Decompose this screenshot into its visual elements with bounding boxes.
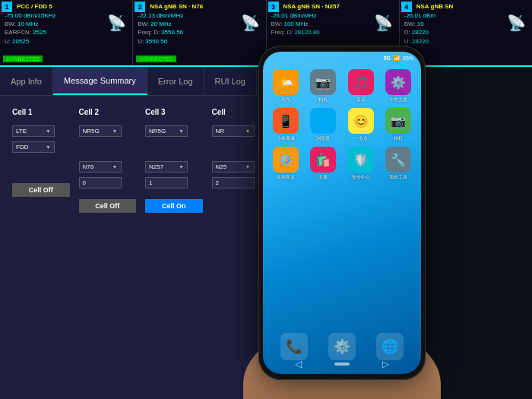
app-icon-camera[interactable]: 📷 相机 bbox=[307, 69, 340, 103]
panel-1-status: CONNECTED bbox=[3, 55, 43, 62]
cell-1-label: Cell 1 bbox=[12, 108, 70, 116]
app-icon-weather[interactable]: 🌤️ 天气 bbox=[269, 69, 302, 103]
panel-1: 1 PCC / FDD 5 -75.00 dBm/15KHz BW:10 MHz… bbox=[0, 0, 133, 65]
tab-app-info[interactable]: App Info bbox=[0, 67, 53, 95]
phone-body: 5G 📶 95% 🌤️ 天气 📷 相机 🎵 音乐 bbox=[258, 46, 426, 380]
cell-grid: Cell 1 LTE ▼ FDD ▼ Cell Off Cell 2 NR5G bbox=[12, 108, 269, 213]
phone-5g-icon: 5G bbox=[384, 55, 391, 61]
app-icon-shop[interactable]: 🛍️ 主题 bbox=[307, 147, 340, 181]
phone-status-icons: 5G 📶 95% bbox=[384, 55, 413, 62]
app-icon-theme[interactable]: ⚙️ 个性主题 bbox=[382, 69, 416, 103]
cell-2-fields: NR5G ▼ N78 ▼ 0 Cell Off bbox=[79, 125, 137, 213]
panel-1-number: 1 bbox=[2, 2, 12, 12]
cell-3-id-input[interactable]: 1 bbox=[145, 177, 188, 188]
panel-4-number: 4 bbox=[401, 2, 412, 12]
cell-2-button[interactable]: Cell Off bbox=[79, 199, 137, 213]
nav-recent[interactable]: ▷ bbox=[382, 359, 389, 369]
phone-battery: 95% bbox=[403, 55, 413, 61]
cell-3-fields: NR5G ▼ N257 ▼ 1 Cell On bbox=[145, 125, 203, 213]
panel-2-number: 2 bbox=[135, 2, 145, 12]
dock-settings[interactable]: ⚙️ bbox=[328, 333, 356, 360]
cell-3-label: Cell 3 bbox=[145, 108, 203, 116]
cell-1-submode-select[interactable]: FDD ▼ bbox=[12, 141, 55, 153]
tab-message-summary[interactable]: Message Summary bbox=[53, 67, 147, 95]
app-icon-xiaomi[interactable]: 📱 小米商城 bbox=[269, 108, 302, 142]
dock-phone[interactable]: 📞 bbox=[280, 333, 308, 360]
tab-bar: App Info Message Summary Error Log RUI L… bbox=[0, 67, 274, 96]
panel-2-header: NSA gNB SN · N76 bbox=[150, 3, 261, 10]
cell-2-id-input[interactable]: 0 bbox=[79, 177, 122, 188]
app-icon-tools[interactable]: 🔧 系统工具 bbox=[382, 147, 416, 181]
phone-nav: ◁ ▷ bbox=[263, 357, 421, 371]
antenna-icon-2: 📡 bbox=[241, 14, 260, 32]
antenna-icon-1: 📡 bbox=[107, 14, 126, 32]
phone-dock: 📞 ⚙️ 🌐 bbox=[263, 333, 421, 360]
antenna-icon-3: 📡 bbox=[374, 14, 393, 32]
nav-home[interactable] bbox=[334, 363, 350, 366]
nav-back[interactable]: ◁ bbox=[295, 359, 302, 369]
phone-wifi-icon: 📶 bbox=[393, 55, 401, 62]
antenna-icon-4: 📡 bbox=[507, 14, 526, 32]
cell-2-band-select[interactable]: N78 ▼ bbox=[79, 161, 122, 173]
cell-3-band-select[interactable]: N257 ▼ bbox=[145, 161, 188, 173]
app-icon-security[interactable]: 🛡️ 安全中心 bbox=[344, 147, 378, 181]
panel-1-header: PCC / FDD 5 bbox=[17, 3, 128, 10]
app-grid: 🌤️ 天气 📷 相机 🎵 音乐 ⚙️ 个性主题 📱 小米商城 bbox=[263, 65, 421, 185]
cell-1-col: Cell 1 LTE ▼ FDD ▼ Cell Off bbox=[12, 108, 70, 213]
panel-3-number: 3 bbox=[268, 2, 279, 12]
cell-1-mode-select[interactable]: LTE ▼ bbox=[12, 125, 55, 137]
cell-1-fields: LTE ▼ FDD ▼ Cell Off bbox=[12, 125, 70, 197]
dock-browser[interactable]: 🌐 bbox=[376, 333, 404, 360]
app-icon-store[interactable]: ⚙️ 应用商店 bbox=[269, 147, 302, 181]
cell-3-button[interactable]: Cell On bbox=[145, 199, 203, 213]
cell-3-col: Cell 3 NR5G ▼ N257 ▼ 1 Cell On bbox=[145, 108, 203, 213]
app-icon-cam2[interactable]: 📷 相机 bbox=[382, 108, 416, 142]
phone-wrapper: 5G 📶 95% 🌤️ 天气 📷 相机 🎵 音乐 bbox=[236, 46, 448, 388]
phone-screen[interactable]: 5G 📶 95% 🌤️ 天气 📷 相机 🎵 音乐 bbox=[263, 52, 421, 374]
app-icon-smile[interactable]: 😊 一点点 bbox=[344, 108, 378, 142]
app-icon-music[interactable]: 🎵 音乐 bbox=[344, 69, 378, 103]
tab-error-log[interactable]: Error Log bbox=[147, 67, 204, 95]
cell-2-mode-select[interactable]: NR5G ▼ bbox=[79, 125, 122, 137]
cell-2-col: Cell 2 NR5G ▼ N78 ▼ 0 Cell Off bbox=[79, 108, 137, 213]
cell-3-mode-select[interactable]: NR5G ▼ bbox=[145, 125, 188, 137]
panel-3-header: NSA gNB SN · N257 bbox=[283, 3, 394, 10]
cell-1-button[interactable]: Cell Off bbox=[12, 183, 70, 197]
app-icon-browser[interactable]: 🌐 浏览器 bbox=[307, 108, 340, 142]
panel-2-status: CONNECTED bbox=[136, 55, 176, 62]
panel-4-header: NSA gNB SN bbox=[416, 3, 527, 10]
cell-2-label: Cell 2 bbox=[79, 108, 137, 116]
phone-status-bar: 5G 📶 95% bbox=[263, 52, 421, 65]
